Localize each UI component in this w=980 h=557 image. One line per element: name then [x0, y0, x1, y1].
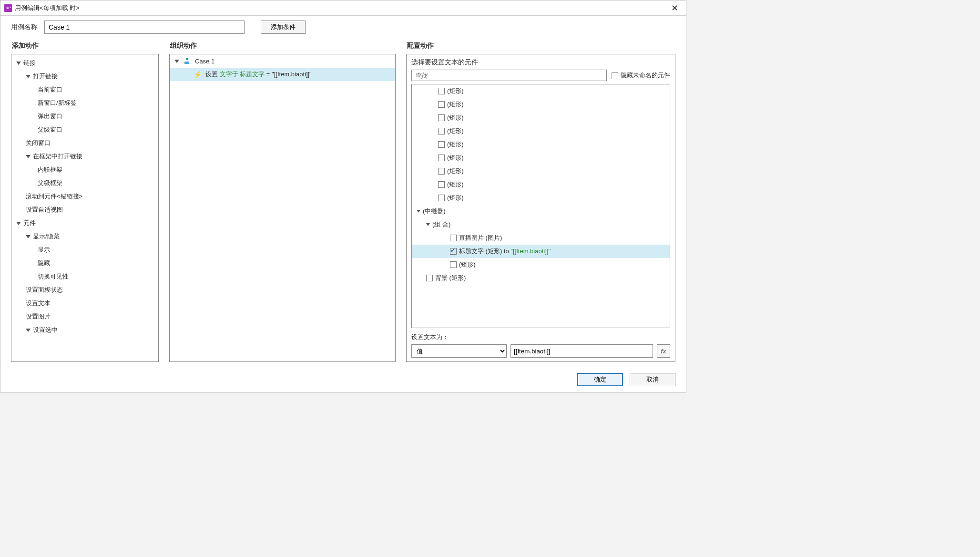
- organize-title: 组织动作: [170, 41, 396, 50]
- list-item-bg[interactable]: 背景 (矩形): [412, 271, 670, 285]
- tree-item[interactable]: 父级窗口: [11, 123, 158, 136]
- footer: 确定 取消: [0, 367, 686, 392]
- add-action-title: 添加动作: [12, 41, 159, 50]
- action-text: 设置 文字于 标题文字 = "[[Item.biaoti]]": [205, 70, 312, 79]
- tree-item-label: 新窗口/新标签: [38, 99, 77, 107]
- fx-button[interactable]: fx: [657, 344, 670, 358]
- tree-item-label: 设置面板状态: [26, 286, 63, 294]
- tree-item[interactable]: 显示/隐藏: [11, 230, 158, 243]
- list-item-title-text[interactable]: 标题文字 (矩形) to "[[Item.biaoti]]": [412, 245, 670, 258]
- expand-icon[interactable]: [174, 60, 179, 63]
- col-add-action: 添加动作 链接打开链接当前窗口新窗口/新标签弹出窗口父级窗口关闭窗口在框架中打开…: [11, 39, 159, 362]
- config-panel: 选择要设置文本的元件 隐藏未命名的元件 (矩形) (矩形) (矩形) (矩形) …: [406, 54, 675, 362]
- tree-item[interactable]: 设置文本: [11, 297, 158, 310]
- list-item[interactable]: (矩形): [412, 258, 670, 271]
- value-type-select[interactable]: 值: [411, 344, 507, 358]
- list-item[interactable]: (矩形): [412, 191, 670, 205]
- titlebar: RP 用例编辑<每项加载 时> ✕: [0, 0, 686, 16]
- tree-item[interactable]: 内联框架: [11, 163, 158, 176]
- tree-item-label: 链接: [23, 59, 36, 67]
- tree-item-label: 父级框架: [38, 179, 62, 187]
- expand-icon: [417, 210, 420, 213]
- tree-item-label: 滚动到元件<锚链接>: [26, 192, 82, 201]
- tree-item-label: 弹出窗口: [38, 112, 62, 121]
- list-item[interactable]: (矩形): [412, 124, 670, 138]
- tree-item-repeater[interactable]: (中继器): [412, 205, 670, 218]
- tree-item[interactable]: 在框架中打开链接: [11, 150, 158, 163]
- tree-item-label: 设置文本: [26, 299, 51, 308]
- tree-item[interactable]: 显示: [11, 243, 158, 257]
- app-icon: RP: [4, 4, 12, 12]
- expand-icon[interactable]: [26, 155, 31, 158]
- actions-tree[interactable]: 链接打开链接当前窗口新窗口/新标签弹出窗口父级窗口关闭窗口在框架中打开链接内联框…: [11, 54, 158, 361]
- tree-item[interactable]: 滚动到元件<锚链接>: [11, 190, 158, 203]
- tree-item-group[interactable]: (组 合): [412, 218, 670, 231]
- case-icon: [184, 58, 192, 64]
- window-title: 用例编辑<每项加载 时>: [15, 4, 80, 12]
- ok-button[interactable]: 确定: [577, 373, 623, 386]
- list-item[interactable]: (矩形): [412, 98, 670, 111]
- tree-item[interactable]: 隐藏: [11, 257, 158, 270]
- case-name-input[interactable]: [44, 21, 245, 34]
- top-row: 用例名称 添加条件: [0, 16, 686, 39]
- tree-item-label: 隐藏: [38, 259, 50, 268]
- tree-item-label: 显示: [38, 246, 50, 254]
- expand-icon[interactable]: [26, 75, 31, 78]
- tree-item[interactable]: 关闭窗口: [11, 136, 158, 150]
- tree-item[interactable]: 父级框架: [11, 176, 158, 190]
- list-item[interactable]: (矩形): [412, 178, 670, 191]
- tree-item[interactable]: 新窗口/新标签: [11, 96, 158, 110]
- list-item[interactable]: (矩形): [412, 151, 670, 165]
- case-label: Case 1: [195, 58, 214, 65]
- list-item[interactable]: (矩形): [412, 84, 670, 98]
- tree-item[interactable]: 设置选中: [11, 323, 158, 337]
- tree-item-label: 切换可见性: [38, 272, 69, 281]
- checkbox-icon[interactable]: [612, 72, 618, 79]
- tree-item-label: 父级窗口: [38, 125, 62, 134]
- bolt-icon: ⚡: [194, 71, 202, 78]
- tree-item-label: 设置图片: [26, 312, 51, 321]
- list-item-image[interactable]: 直播图片 (图片): [412, 231, 670, 245]
- dialog-window: RP 用例编辑<每项加载 时> ✕ 用例名称 添加条件 添加动作 链接打开链接当…: [0, 0, 686, 392]
- tree-item[interactable]: 设置图片: [11, 310, 158, 323]
- tree-item-label: 元件: [23, 219, 36, 227]
- tree-item[interactable]: 链接: [11, 56, 158, 70]
- tree-item[interactable]: 设置面板状态: [11, 283, 158, 297]
- tree-item[interactable]: 打开链接: [11, 70, 158, 83]
- tree-item-label: 显示/隐藏: [33, 232, 60, 241]
- list-item[interactable]: (矩形): [412, 138, 670, 151]
- tree-item[interactable]: 设置自适视图: [11, 203, 158, 217]
- actions-panel: 链接打开链接当前窗口新窗口/新标签弹出窗口父级窗口关闭窗口在框架中打开链接内联框…: [11, 54, 159, 362]
- add-condition-button[interactable]: 添加条件: [261, 21, 306, 34]
- tree-item-label: 设置选中: [33, 326, 58, 334]
- list-item[interactable]: (矩形): [412, 165, 670, 178]
- tree-item-label: 关闭窗口: [26, 139, 51, 147]
- expand-icon[interactable]: [16, 62, 21, 65]
- close-icon[interactable]: ✕: [667, 2, 682, 14]
- expand-icon[interactable]: [26, 329, 31, 332]
- tree-item-label: 当前窗口: [38, 85, 62, 94]
- col-organize: 组织动作 Case 1 ⚡ 设置 文字于 标题文字 = "[[Item.biao…: [169, 39, 396, 362]
- tree-item-label: 内联框架: [38, 165, 62, 174]
- search-input[interactable]: [411, 70, 607, 81]
- tree-item[interactable]: 当前窗口: [11, 83, 158, 96]
- hide-unnamed-toggle[interactable]: 隐藏未命名的元件: [612, 71, 670, 80]
- checkbox-checked-icon: [450, 248, 457, 255]
- value-input[interactable]: [510, 344, 653, 358]
- action-row-set-text[interactable]: ⚡ 设置 文字于 标题文字 = "[[Item.biaoti]]": [170, 68, 395, 81]
- tree-item[interactable]: 切换可见性: [11, 270, 158, 283]
- organize-panel: Case 1 ⚡ 设置 文字于 标题文字 = "[[Item.biaoti]]": [169, 54, 396, 362]
- set-text-label: 设置文本为：: [411, 333, 449, 340]
- col-config: 配置动作 选择要设置文本的元件 隐藏未命名的元件 (矩形) (矩形) (矩形): [406, 39, 675, 362]
- expand-icon[interactable]: [26, 235, 31, 238]
- tree-item-label: 在框架中打开链接: [33, 152, 82, 161]
- cancel-button[interactable]: 取消: [630, 373, 675, 386]
- list-item[interactable]: (矩形): [412, 111, 670, 124]
- tree-item[interactable]: 元件: [11, 217, 158, 230]
- case-header[interactable]: Case 1: [170, 54, 395, 68]
- expand-icon[interactable]: [16, 222, 21, 225]
- tree-item-label: 设置自适视图: [26, 206, 63, 214]
- case-name-label: 用例名称: [11, 23, 38, 31]
- tree-item[interactable]: 弹出窗口: [11, 110, 158, 123]
- widget-tree[interactable]: (矩形) (矩形) (矩形) (矩形) (矩形) (矩形) (矩形) (矩形) …: [411, 84, 670, 328]
